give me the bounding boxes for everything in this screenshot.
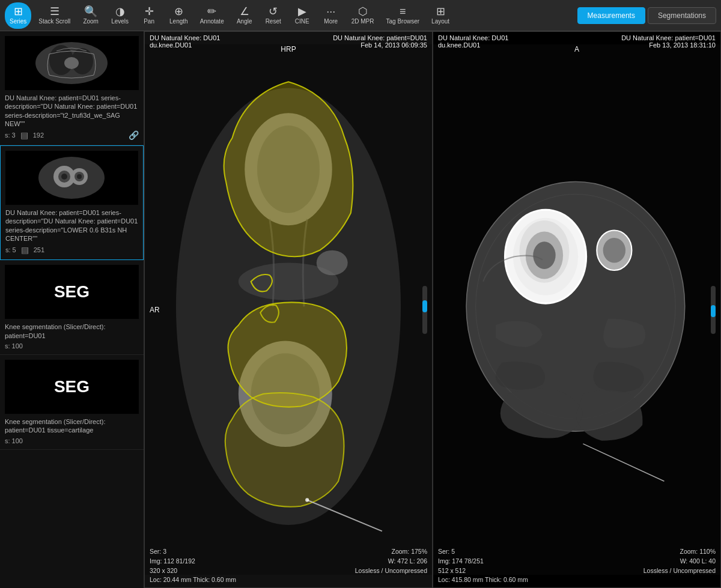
levels-tool[interactable]: ◑ Levels	[106, 2, 133, 29]
series-s-num-4: s: 100	[5, 437, 23, 444]
tag-browser-icon: ≡	[400, 6, 406, 17]
mpr-icon: ⬡	[358, 6, 368, 17]
zoom-icon: 🔍	[84, 6, 97, 17]
series-img-count-2: 251	[34, 246, 44, 253]
image-stack-icon-1: ▤	[20, 130, 28, 140]
viewport-left[interactable]: DU Natural Knee: DU01 du.knee.DU01 DU Na…	[144, 31, 433, 588]
reset-tool[interactable]: ↺ Reset	[260, 2, 287, 29]
series-item-2[interactable]: DU Natural Knee: patient=DU01 series-des…	[0, 145, 144, 260]
mri-ax-thumbnail	[19, 151, 124, 205]
toolbar-right: Measurements Segmentations	[577, 7, 716, 24]
cine-label: CINE	[295, 18, 309, 25]
svg-point-4	[64, 57, 79, 69]
svg-point-12	[77, 174, 82, 179]
length-icon: ⊕	[174, 6, 183, 17]
svg-point-20	[317, 250, 348, 276]
stack-scroll-tool[interactable]: ☰ Stack Scroll	[34, 2, 75, 29]
series-label: Series	[10, 18, 26, 25]
series-s-num-2: s: 5	[5, 246, 16, 253]
image-stack-icon-2: ▤	[21, 245, 29, 255]
more-icon: ···	[326, 6, 335, 17]
scroll-thumb-right	[711, 305, 716, 317]
series-icon: ⊞	[14, 6, 23, 17]
levels-label: Levels	[111, 18, 129, 25]
length-tool[interactable]: ⊕ Length	[165, 2, 193, 29]
more-label: More	[324, 18, 338, 25]
viewport-right[interactable]: DU Natural Knee: DU01 du.knee.DU01 DU Na…	[433, 31, 721, 588]
annotate-label: Annotate	[200, 18, 224, 25]
svg-point-34	[603, 238, 625, 263]
main-area: DU Natural Knee: patient=DU01 series-des…	[0, 31, 721, 588]
more-tool[interactable]: ··· More	[318, 2, 344, 29]
ct-ax-image	[433, 32, 720, 587]
scroll-indicator-left[interactable]	[422, 286, 427, 334]
measurements-button[interactable]: Measurements	[577, 7, 645, 24]
scroll-thumb-left	[422, 300, 427, 312]
series-meta-3: s: 100	[5, 342, 139, 350]
mri-sag-image	[145, 32, 432, 587]
link-icon-1: 🔗	[129, 130, 139, 140]
levels-icon: ◑	[115, 6, 125, 17]
svg-point-24	[466, 181, 685, 431]
mri-sag-thumbnail	[19, 36, 124, 90]
series-meta-2: s: 5 ▤ 251	[5, 245, 138, 255]
zoom-tool[interactable]: 🔍 Zoom	[78, 2, 104, 29]
pan-icon: ✛	[145, 6, 154, 17]
series-desc-4: Knee segmentation (Slicer/Direct): patie…	[5, 417, 139, 435]
svg-point-22	[305, 498, 309, 502]
angle-icon: ∠	[240, 6, 249, 17]
series-item-4[interactable]: SEG Knee segmentation (Slicer/Direct): p…	[0, 355, 144, 450]
series-desc-3: Knee segmentation (Slicer/Direct): patie…	[5, 323, 139, 340]
series-thumbnail-3: SEG	[5, 265, 139, 319]
series-thumbnail-1	[5, 36, 139, 90]
series-meta-4: s: 100	[5, 437, 139, 444]
seg-label-4: SEG	[5, 360, 139, 414]
tag-browser-tool[interactable]: ≡ Tag Browser	[382, 2, 425, 29]
stack-scroll-label: Stack Scroll	[38, 18, 70, 25]
stack-scroll-icon: ☰	[50, 6, 59, 17]
length-label: Length	[169, 18, 188, 25]
svg-point-11	[61, 174, 67, 180]
annotate-tool[interactable]: ✏ Annotate	[195, 2, 229, 29]
pan-label: Pan	[144, 18, 154, 25]
series-tool[interactable]: ⊞ Series	[5, 2, 31, 29]
series-thumbnail-2	[5, 151, 138, 205]
reset-label: Reset	[266, 18, 281, 25]
series-thumbnail-4: SEG	[5, 360, 139, 414]
zoom-label: Zoom	[83, 18, 99, 25]
pan-tool[interactable]: ✛ Pan	[136, 2, 162, 29]
series-desc-1: DU Natural Knee: patient=DU01 series-des…	[5, 94, 139, 128]
sidebar: DU Natural Knee: patient=DU01 series-des…	[0, 31, 144, 588]
layout-label: Layout	[431, 18, 449, 25]
scroll-indicator-right[interactable]	[711, 286, 716, 334]
series-desc-2: DU Natural Knee: patient=DU01 series-des…	[5, 208, 138, 243]
layout-icon: ⊞	[436, 6, 445, 17]
seg-label-3: SEG	[5, 265, 139, 319]
series-meta-1: s: 3 ▤ 192 🔗	[5, 130, 139, 140]
mpr-tool[interactable]: ⬡ 2D MPR	[347, 2, 379, 29]
series-s-num-1: s: 3	[5, 132, 16, 139]
toolbar: ⊞ Series ☰ Stack Scroll 🔍 Zoom ◑ Levels …	[0, 0, 721, 31]
viewer: DU Natural Knee: DU01 du.knee.DU01 DU Na…	[144, 31, 721, 588]
series-s-num-3: s: 100	[5, 342, 23, 350]
segmentations-button[interactable]: Segmentations	[648, 7, 716, 24]
angle-label: Angle	[237, 18, 252, 25]
angle-tool[interactable]: ∠ Angle	[231, 2, 258, 29]
layout-tool[interactable]: ⊞ Layout	[427, 2, 454, 29]
reset-icon: ↺	[269, 6, 278, 17]
tag-browser-label: Tag Browser	[386, 18, 420, 25]
cine-tool[interactable]: ▶ CINE	[289, 2, 315, 29]
series-item-3[interactable]: SEG Knee segmentation (Slicer/Direct): p…	[0, 260, 144, 355]
svg-point-31	[533, 241, 555, 269]
series-item-1[interactable]: DU Natural Knee: patient=DU01 series-des…	[0, 31, 144, 145]
annotate-icon: ✏	[207, 6, 216, 17]
series-img-count-1: 192	[33, 132, 44, 139]
mpr-label: 2D MPR	[351, 18, 374, 25]
cine-icon: ▶	[298, 6, 306, 17]
